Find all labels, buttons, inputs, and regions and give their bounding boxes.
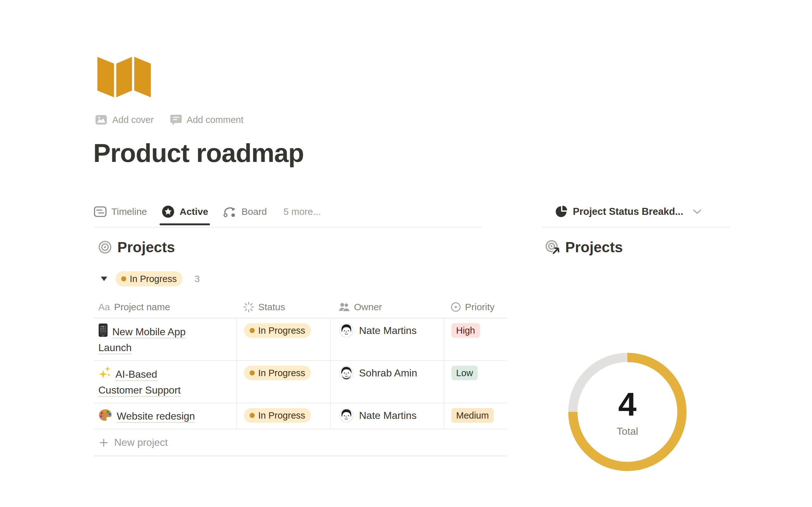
status-label: In Progress: [258, 410, 305, 421]
column-header-owner[interactable]: Owner: [330, 296, 444, 318]
project-name-link[interactable]: New Mobile App Launch: [98, 326, 186, 353]
tab-label: Board: [241, 206, 267, 217]
owner-name: Nate Martins: [359, 408, 416, 423]
target-arrow-icon: [545, 239, 561, 256]
pie-chart-icon: [555, 205, 568, 218]
priority-cell: High: [444, 319, 507, 360]
owner-name: Nate Martins: [359, 323, 416, 338]
image-icon: [95, 115, 107, 125]
tab-board[interactable]: Board: [223, 205, 267, 218]
group-status-pill[interactable]: In Progress: [115, 271, 183, 286]
tab-active[interactable]: Active: [161, 205, 208, 218]
avatar: [339, 323, 354, 338]
tabs-divider-right: [542, 227, 730, 228]
map-icon: [97, 53, 151, 98]
column-label: Owner: [354, 302, 382, 313]
owner-cell[interactable]: Nate Martins: [330, 319, 444, 360]
table-header-row: Aa Project name Status: [94, 296, 507, 319]
target-icon: [98, 240, 112, 254]
status-spinner-icon: [243, 302, 254, 313]
status-label: In Progress: [258, 368, 305, 378]
status-cell: In Progress: [236, 403, 330, 429]
palette-icon: [98, 409, 112, 421]
donut-total-label: Total: [617, 426, 638, 437]
tab-label: Active: [180, 206, 208, 217]
tab-timeline[interactable]: Timeline: [94, 206, 147, 217]
timeline-icon: [94, 206, 107, 217]
priority-cell: Medium: [444, 403, 507, 429]
project-name-cell[interactable]: Website redesign: [94, 403, 236, 429]
view-tabs: Timeline Active Board 5 more.: [94, 203, 321, 221]
comment-icon: [170, 114, 182, 125]
avatar: [339, 366, 354, 380]
owner-cell[interactable]: Sohrab Amin: [330, 361, 444, 403]
tabs-divider-left: [94, 227, 481, 228]
plus-icon: [99, 438, 108, 447]
chevron-down-icon[interactable]: [693, 209, 702, 215]
tab-label: Timeline: [111, 206, 147, 217]
status-dot: [250, 328, 255, 333]
owner-cell[interactable]: Nate Martins: [330, 403, 444, 429]
table-row: New Mobile App Launch In Progress: [94, 319, 507, 361]
project-name-cell[interactable]: New Mobile App Launch: [94, 319, 236, 360]
status-dot: [250, 413, 255, 418]
project-name-cell[interactable]: AI-Based Customer Support: [94, 361, 236, 403]
add-comment-label: Add comment: [187, 115, 244, 125]
table-row: Website redesign In Progress: [94, 403, 507, 429]
projects-heading-label: Projects: [117, 239, 175, 256]
priority-pill[interactable]: Medium: [451, 408, 494, 423]
donut-total-value: 4: [618, 387, 637, 422]
group-count: 3: [194, 274, 200, 284]
projects-section-heading: Projects: [98, 238, 175, 256]
group-status-label: In Progress: [130, 274, 177, 284]
status-cell: In Progress: [236, 319, 330, 360]
column-header-project-name[interactable]: Aa Project name: [94, 296, 236, 318]
star-circle-icon: [161, 205, 175, 218]
column-label: Project name: [114, 302, 170, 313]
status-pill[interactable]: In Progress: [244, 366, 311, 380]
board-icon: [223, 205, 237, 218]
right-view-selector[interactable]: Project Status Breakd...: [555, 203, 702, 221]
sparkles-icon: [98, 366, 111, 380]
new-project-label: New project: [114, 437, 168, 448]
status-pill[interactable]: In Progress: [244, 408, 311, 423]
notion-page: Add cover Add comment Product roadmap: [0, 0, 812, 507]
column-header-priority[interactable]: Priority: [444, 296, 507, 318]
owner-name: Sohrab Amin: [359, 366, 417, 380]
add-cover-label: Add cover: [112, 115, 154, 125]
tabs-more-button[interactable]: 5 more...: [283, 206, 321, 217]
priority-cell: Low: [444, 361, 507, 403]
projects-linked-heading: Projects: [545, 238, 623, 256]
donut-center-text: 4 Total: [564, 349, 691, 475]
priority-pill[interactable]: High: [451, 323, 480, 338]
table-row: AI-Based Customer Support In Progress: [94, 361, 507, 403]
group-toggle-icon[interactable]: [101, 277, 107, 281]
phone-icon: [98, 323, 108, 337]
column-header-status[interactable]: Status: [236, 296, 330, 318]
priority-icon: [451, 302, 461, 312]
add-comment-button[interactable]: Add comment: [170, 114, 244, 125]
page-title[interactable]: Product roadmap: [93, 138, 304, 168]
avatar: [339, 408, 354, 423]
priority-pill[interactable]: Low: [451, 366, 478, 380]
column-label: Status: [258, 302, 285, 313]
column-label: Priority: [465, 302, 495, 313]
group-header-in-progress: In Progress 3: [101, 271, 200, 286]
status-dot: [121, 276, 126, 281]
page-icon-map[interactable]: [97, 53, 151, 98]
status-pill[interactable]: In Progress: [244, 323, 311, 338]
project-name-link[interactable]: Website redesign: [117, 410, 195, 422]
page-meta-actions: Add cover Add comment: [95, 113, 244, 127]
right-view-title: Project Status Breakd...: [573, 206, 683, 217]
new-project-button[interactable]: New project: [94, 429, 507, 456]
people-icon: [339, 302, 350, 312]
add-cover-button[interactable]: Add cover: [95, 115, 154, 125]
text-icon: Aa: [98, 302, 110, 313]
projects-heading-label: Projects: [565, 239, 623, 256]
status-dot: [250, 371, 255, 376]
status-label: In Progress: [258, 326, 305, 336]
status-cell: In Progress: [236, 361, 330, 403]
projects-table: Aa Project name Status: [94, 296, 507, 456]
